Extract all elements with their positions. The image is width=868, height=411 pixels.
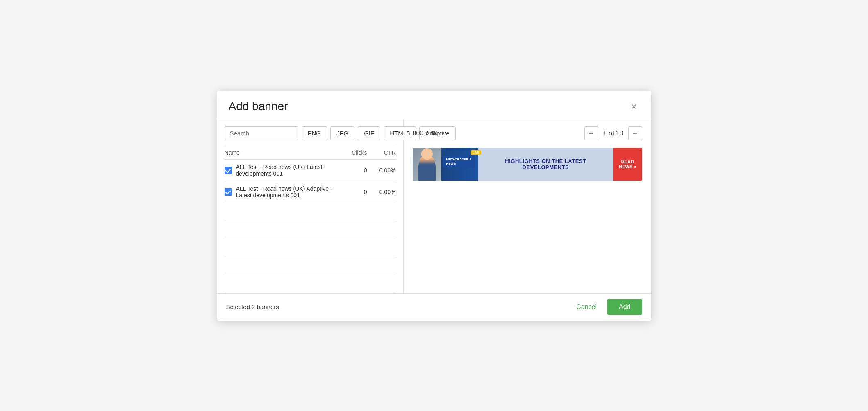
search-filter-row: PNG JPG GIF HTML5 Adaptive bbox=[225, 126, 396, 140]
empty-row-1 bbox=[225, 203, 396, 221]
selected-count: Selected 2 banners bbox=[226, 303, 279, 310]
dialog-header: Add banner × bbox=[217, 91, 651, 119]
empty-row-3 bbox=[225, 239, 396, 257]
preview-header: 800 x 80 ← 1 of 10 → bbox=[413, 126, 642, 140]
news-badge-area: LIVE METATRADER 5NEWS bbox=[441, 148, 478, 181]
filter-jpg[interactable]: JPG bbox=[330, 126, 354, 140]
banner-cta: READ NEWS » bbox=[613, 148, 642, 181]
news-bubble: METATRADER 5NEWS bbox=[443, 156, 475, 168]
dialog-title: Add banner bbox=[229, 100, 288, 113]
row-name-1: ALL Test - Read news (UK) Latest develop… bbox=[236, 164, 339, 177]
empty-row-4 bbox=[225, 257, 396, 275]
row-clicks-2: 0 bbox=[339, 189, 367, 195]
add-banner-dialog: Add banner × PNG JPG GIF HTML5 Adaptive … bbox=[217, 91, 651, 321]
empty-row-2 bbox=[225, 221, 396, 239]
filter-gif[interactable]: GIF bbox=[358, 126, 380, 140]
table-row[interactable]: ALL Test - Read news (UK) Adaptive - Lat… bbox=[225, 181, 396, 203]
col-name-header: Name bbox=[225, 149, 339, 156]
banner-inner: LIVE METATRADER 5NEWS HIGHLIGHTS ON THE … bbox=[413, 148, 642, 181]
row-clicks-1: 0 bbox=[339, 167, 367, 174]
right-panel: 800 x 80 ← 1 of 10 → bbox=[404, 119, 651, 293]
close-button[interactable]: × bbox=[628, 100, 639, 113]
pagination-label: 1 of 10 bbox=[601, 130, 626, 137]
person-body bbox=[418, 154, 436, 181]
table-row[interactable]: ALL Test - Read news (UK) Latest develop… bbox=[225, 160, 396, 181]
search-input[interactable] bbox=[225, 126, 298, 140]
row-ctr-1: 0.00% bbox=[367, 167, 396, 174]
pagination: ← 1 of 10 → bbox=[584, 126, 642, 140]
table-rows: ALL Test - Read news (UK) Latest develop… bbox=[225, 160, 396, 293]
cta-line2: NEWS » bbox=[619, 164, 636, 169]
preview-size: 800 x 80 bbox=[413, 130, 438, 137]
banner-headline: HIGHLIGHTS ON THE LATEST DEVELOPMENTS bbox=[478, 148, 614, 181]
empty-row-5 bbox=[225, 275, 396, 293]
live-badge: LIVE bbox=[471, 150, 482, 155]
row-ctr-2: 0.00% bbox=[367, 189, 396, 195]
prev-page-button[interactable]: ← bbox=[584, 126, 598, 140]
cta-line1: READ bbox=[621, 159, 634, 164]
table-header: Name Clicks CTR bbox=[225, 146, 396, 160]
banner-person-image bbox=[413, 148, 441, 181]
row-checkbox-2[interactable] bbox=[225, 188, 232, 196]
dialog-footer: Selected 2 banners Cancel Add bbox=[217, 293, 651, 321]
left-panel: PNG JPG GIF HTML5 Adaptive Name Clicks C… bbox=[217, 119, 404, 293]
row-checkbox-1[interactable] bbox=[225, 167, 232, 174]
col-clicks-header: Clicks bbox=[339, 149, 367, 156]
filter-png[interactable]: PNG bbox=[302, 126, 327, 140]
dialog-body: PNG JPG GIF HTML5 Adaptive Name Clicks C… bbox=[217, 119, 651, 293]
footer-buttons: Cancel Add bbox=[571, 299, 642, 315]
row-name-2: ALL Test - Read news (UK) Adaptive - Lat… bbox=[236, 185, 339, 199]
person-head bbox=[421, 148, 433, 160]
banner-preview: LIVE METATRADER 5NEWS HIGHLIGHTS ON THE … bbox=[413, 148, 642, 181]
col-ctr-header: CTR bbox=[367, 149, 396, 156]
next-page-button[interactable]: → bbox=[628, 126, 642, 140]
add-button[interactable]: Add bbox=[607, 299, 642, 315]
cancel-button[interactable]: Cancel bbox=[571, 300, 602, 314]
